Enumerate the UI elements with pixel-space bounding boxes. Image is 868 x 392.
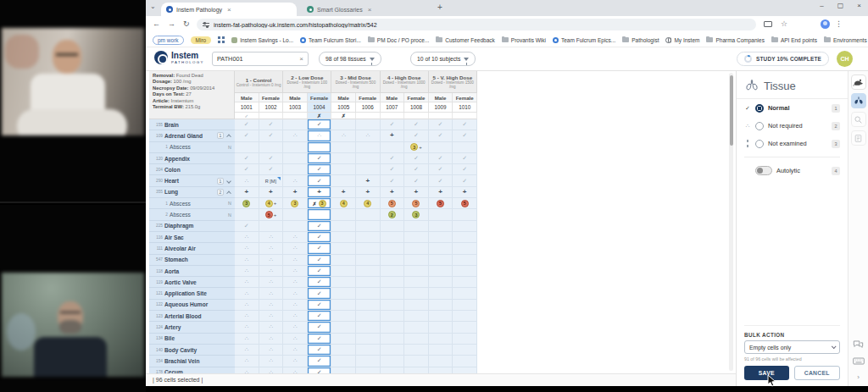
matrix-cell[interactable] (453, 288, 477, 299)
radio-button[interactable] (755, 122, 764, 130)
matrix-cell[interactable]: ✓ (308, 300, 332, 311)
matrix-cell[interactable] (356, 255, 381, 266)
matrix-cell[interactable]: ✓ (453, 153, 477, 164)
matrix-cell[interactable]: ✓ (308, 243, 332, 254)
matrix-cell[interactable]: + (381, 130, 405, 141)
study-progress-pill[interactable]: STUDY 10% COMPLETE (737, 52, 829, 66)
matrix-cell[interactable]: 4+ (259, 198, 284, 209)
tissue-row-label[interactable]: 140Body Cavity (149, 345, 235, 356)
matrix-cell[interactable]: ∴ (259, 277, 284, 288)
matrix-cell[interactable] (404, 322, 429, 333)
bookmark-item[interactable]: Environments (824, 37, 867, 43)
site-settings-icon[interactable] (203, 21, 209, 28)
reload-icon[interactable]: ↻ (183, 19, 190, 28)
back-icon[interactable]: ← (153, 19, 160, 28)
study-search-box[interactable]: × (212, 52, 309, 66)
matrix-cell[interactable] (429, 142, 453, 153)
matrix-cell[interactable] (381, 300, 405, 311)
matrix-cell[interactable]: 3 (283, 198, 308, 209)
matrix-cell[interactable]: ✓ (235, 153, 259, 164)
profile-avatar-icon[interactable] (821, 19, 830, 29)
matrix-cell[interactable] (381, 277, 405, 288)
matrix-cell[interactable] (429, 288, 453, 299)
matrix-cell[interactable] (404, 277, 429, 288)
matrix-cell[interactable] (331, 334, 356, 345)
matrix-cell[interactable]: ∴ (259, 367, 284, 373)
matrix-cell[interactable]: ✓ (404, 130, 429, 141)
matrix-cell[interactable] (453, 356, 477, 367)
matrix-cell[interactable] (453, 311, 477, 322)
matrix-cell[interactable] (381, 322, 405, 333)
matrix-cell[interactable] (453, 221, 477, 232)
matrix-cell[interactable] (453, 334, 477, 345)
subject-column-header[interactable]: 1002 (259, 102, 284, 113)
matrix-cell[interactable]: ✓ (308, 175, 332, 186)
matrix-cell[interactable] (404, 221, 429, 232)
matrix-cell[interactable]: ∴ (331, 130, 356, 141)
user-avatar[interactable]: CH (837, 51, 853, 67)
matrix-cell[interactable]: ∴ (283, 130, 308, 141)
matrix-cell[interactable] (259, 221, 284, 232)
matrix-cell[interactable]: ✗3 (308, 198, 332, 209)
tab-close-icon[interactable]: × (368, 6, 372, 14)
matrix-cell[interactable]: ✓ (429, 119, 453, 130)
matrix-cell[interactable] (331, 288, 356, 299)
matrix-cell[interactable]: ∴ (235, 277, 259, 288)
matrix-cell[interactable]: ∴ (283, 300, 308, 311)
matrix-cell[interactable]: ✓ (429, 164, 453, 175)
matrix-cell[interactable]: ∴ (283, 175, 308, 186)
matrix-cell[interactable] (356, 209, 381, 220)
matrix-cell[interactable] (381, 288, 405, 299)
bulk-action-dropdown[interactable]: Empty cells only (744, 340, 840, 354)
window-close-button[interactable]: × (857, 2, 861, 9)
matrix-cell[interactable] (381, 311, 405, 322)
matrix-cell[interactable] (404, 356, 429, 367)
tissue-option-normal[interactable]: ✓Normal1 (737, 99, 848, 117)
matrix-cell[interactable] (356, 142, 381, 153)
matrix-cell[interactable] (404, 345, 429, 356)
matrix-cell[interactable] (356, 288, 381, 299)
matrix-cell[interactable]: ✓ (429, 175, 453, 186)
window-minimize-button[interactable]: – (820, 2, 823, 9)
matrix-cell[interactable] (331, 164, 356, 175)
subject-column-header[interactable]: 1009 (429, 102, 453, 113)
tissue-row-label[interactable]: 290Heart1 (149, 175, 235, 186)
matrix-cell[interactable]: ∴ (283, 311, 308, 322)
matrix-cell[interactable]: ✓ (404, 175, 429, 186)
matrix-cell[interactable]: ∴ (259, 232, 284, 243)
matrix-cell[interactable] (283, 209, 308, 220)
matrix-cell[interactable]: 3 (404, 209, 429, 220)
tissue-row-label[interactable]: 109Adrenal Gland1 (149, 130, 235, 141)
tissue-row-label[interactable]: 121Application Site (149, 288, 235, 299)
matrix-cell[interactable]: ∴ (283, 266, 308, 277)
matrix-cell[interactable] (356, 243, 381, 254)
matrix-cell[interactable]: 5 (429, 198, 453, 209)
matrix-cell[interactable] (453, 266, 477, 277)
matrix-cell[interactable] (453, 345, 477, 356)
matrix-cell[interactable]: + (453, 187, 477, 198)
study-search-input[interactable] (217, 55, 299, 63)
matrix-cell[interactable]: ✓ (381, 119, 405, 130)
autolytic-option[interactable]: Autolytic 4 (737, 162, 848, 179)
matrix-cell[interactable]: ∴ (283, 334, 308, 345)
bookmark-item[interactable]: Customer Feedback (436, 37, 495, 43)
bookmark-item[interactable]: Instem Savings - Lo... (231, 37, 293, 43)
animal-rat-icon[interactable] (851, 75, 866, 90)
matrix-cell[interactable]: ∴ (259, 288, 284, 299)
matrix-cell[interactable] (356, 334, 381, 345)
matrix-cell[interactable]: ∴ (235, 334, 259, 345)
matrix-cell[interactable] (331, 243, 356, 254)
matrix-cell[interactable] (429, 209, 453, 220)
matrix-cell[interactable]: ∴ (259, 345, 284, 356)
matrix-cell[interactable]: ∴ (235, 345, 259, 356)
matrix-cell[interactable]: ∴ (259, 243, 284, 254)
matrix-cell[interactable] (356, 356, 381, 367)
matrix-cell[interactable]: ∴ (235, 175, 259, 186)
matrix-cell[interactable] (453, 367, 477, 373)
bookmark-item[interactable]: My Instem (665, 37, 699, 43)
tissue-row-label[interactable]: 116Air Sac (149, 232, 235, 243)
matrix-cell[interactable]: ✓ (404, 119, 429, 130)
matrix-cell[interactable]: ✓ (453, 119, 477, 130)
apps-grid-icon[interactable] (218, 36, 225, 43)
matrix-cell[interactable]: ✓ (308, 322, 332, 333)
